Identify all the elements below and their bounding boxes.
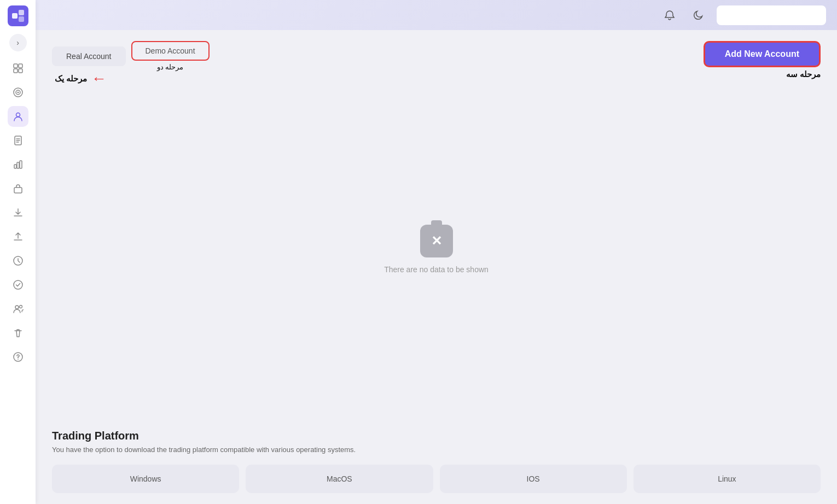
svg-rect-7 (19, 69, 22, 73)
svg-rect-17 (17, 162, 19, 168)
sidebar-item-barchart[interactable] (8, 154, 28, 175)
svg-rect-1 (12, 13, 18, 19)
step2-annotation: مرحله دو (157, 63, 183, 72)
trading-platform-title: Trading Platform (52, 430, 821, 442)
empty-state-message: There are no data to be shown (384, 265, 489, 274)
demo-account-tab[interactable]: Demo Account (131, 41, 210, 61)
svg-point-23 (19, 306, 22, 308)
sidebar-item-file[interactable] (8, 130, 28, 151)
header-right-section: Add New Account مرحله سه (704, 41, 821, 79)
notification-icon[interactable] (660, 5, 679, 25)
ios-download-button[interactable]: IOS (440, 465, 627, 493)
step3-annotation: مرحله سه (786, 69, 821, 79)
step1-arrow-icon: ← (91, 71, 107, 86)
svg-point-22 (15, 306, 19, 309)
svg-point-10 (17, 92, 19, 93)
macos-download-button[interactable]: MacOS (246, 465, 433, 493)
add-new-account-button[interactable]: Add New Account (704, 41, 821, 67)
sidebar-item-chart[interactable] (8, 82, 28, 103)
sidebar-toggle-button[interactable]: › (9, 34, 27, 51)
x-icon: ✕ (431, 233, 442, 249)
sidebar-item-users[interactable] (8, 298, 28, 319)
account-tabs-section: Real Account Demo Account مرحله دو (52, 41, 210, 72)
svg-point-25 (18, 359, 19, 360)
sidebar-item-grid[interactable] (8, 58, 28, 79)
platform-buttons-row: Windows MacOS IOS Linux (52, 465, 821, 493)
content-header: Real Account Demo Account مرحله دو مرحله… (36, 30, 837, 85)
empty-state: ✕ There are no data to be shown (36, 85, 837, 413)
empty-state-icon: ✕ (420, 225, 453, 257)
chevron-right-icon: › (16, 38, 19, 47)
theme-toggle-icon[interactable] (688, 5, 708, 25)
trading-platform-section: Trading Platform You have the option to … (36, 413, 837, 504)
svg-rect-5 (19, 64, 22, 68)
svg-rect-3 (19, 16, 24, 22)
svg-rect-2 (19, 10, 24, 15)
sidebar: › (0, 0, 36, 504)
search-box (717, 5, 826, 25)
svg-rect-19 (14, 187, 22, 193)
real-account-tab[interactable]: Real Account (52, 46, 126, 66)
sidebar-item-user[interactable] (8, 106, 28, 127)
tabs-row: Real Account Demo Account مرحله دو (52, 41, 210, 72)
trading-platform-subtitle: You have the option to download the trad… (52, 446, 821, 454)
windows-download-button[interactable]: Windows (52, 465, 239, 493)
svg-rect-16 (14, 165, 16, 168)
content-area: Real Account Demo Account مرحله دو مرحله… (36, 30, 837, 504)
sidebar-item-help[interactable] (8, 347, 28, 367)
svg-point-11 (16, 113, 20, 117)
main-content: Real Account Demo Account مرحله دو مرحله… (36, 0, 837, 504)
svg-rect-6 (14, 69, 18, 73)
linux-download-button[interactable]: Linux (633, 465, 821, 493)
app-logo (8, 5, 28, 26)
svg-rect-4 (14, 64, 18, 68)
sidebar-item-download[interactable] (8, 202, 28, 223)
sidebar-item-trash[interactable] (8, 323, 28, 343)
svg-rect-18 (20, 161, 22, 168)
step1-annotation-group: مرحله یک ← (55, 71, 107, 86)
sidebar-item-check[interactable] (8, 274, 28, 295)
sidebar-item-upload[interactable] (8, 226, 28, 247)
step1-text: مرحله یک (55, 74, 87, 84)
sidebar-item-bag[interactable] (8, 178, 28, 199)
sidebar-item-clock[interactable] (8, 250, 28, 271)
topbar (36, 0, 837, 30)
svg-rect-0 (8, 5, 28, 26)
svg-point-21 (14, 280, 22, 289)
